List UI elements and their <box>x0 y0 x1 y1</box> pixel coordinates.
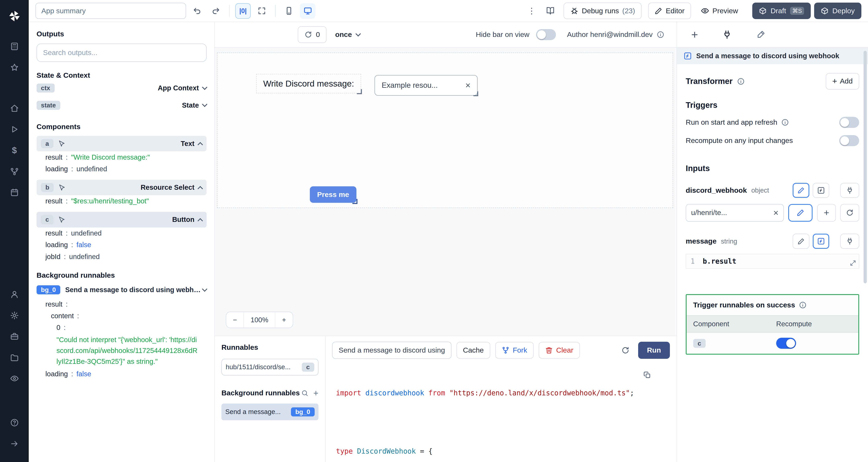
info-icon[interactable] <box>781 119 789 126</box>
component-b-header[interactable]: b Resource Select <box>37 180 207 195</box>
docs-button[interactable] <box>543 3 558 19</box>
more-menu-button[interactable]: ⋮ <box>524 3 539 19</box>
zoom-out-button[interactable]: − <box>226 312 244 328</box>
collapse-rail-icon[interactable] <box>6 435 23 453</box>
resize-handle[interactable] <box>473 91 478 96</box>
bg-runnable-item-badge: bg_0 <box>291 407 315 417</box>
insert-component-icon[interactable]: + <box>691 29 698 40</box>
clear-resource-icon[interactable]: × <box>773 208 779 217</box>
ctx-badge: ctx <box>37 84 55 93</box>
editor-tab[interactable]: Editor <box>648 3 691 19</box>
chevron-down-icon[interactable] <box>202 102 207 107</box>
rail-workers-icon[interactable] <box>6 328 23 345</box>
bg-runnable-row[interactable]: bg_0 Send a message to discord using web… <box>37 281 207 298</box>
connect-input-button[interactable] <box>840 234 859 249</box>
debug-runs-button[interactable]: Debug runs (23) <box>564 3 642 19</box>
resource-select-component[interactable]: Example resou... × <box>374 75 477 96</box>
rail-folders-icon[interactable] <box>6 349 23 366</box>
info-icon[interactable] <box>799 301 807 309</box>
search-icon[interactable] <box>301 390 308 397</box>
scrollbar[interactable] <box>864 51 867 283</box>
resize-handle[interactable] <box>352 199 358 204</box>
info-icon[interactable] <box>737 77 745 85</box>
help-icon[interactable] <box>6 414 23 431</box>
value: "$res:u/henri/testing_bot" <box>71 197 149 205</box>
rail-resources-icon[interactable] <box>6 163 23 180</box>
message-expression-editor[interactable]: 1 b.result <box>686 254 859 269</box>
preview-tab[interactable]: Preview <box>694 3 745 19</box>
fork-button[interactable]: Fork <box>495 342 534 359</box>
chevron-up-icon[interactable] <box>197 186 203 191</box>
resize-handle[interactable] <box>357 89 362 94</box>
run-on-start-toggle[interactable] <box>839 117 859 128</box>
windmill-logo[interactable] <box>6 7 23 25</box>
app-canvas[interactable]: Write Discord message: Example resou... … <box>215 47 677 336</box>
rail-apps-icon[interactable] <box>6 38 23 55</box>
key: content <box>51 312 74 320</box>
app-grid[interactable]: Write Discord message: Example resou... … <box>217 53 673 208</box>
reload-script-button[interactable] <box>618 342 633 358</box>
chevron-up-icon[interactable] <box>197 218 203 224</box>
add-runnable-button[interactable]: + <box>313 389 318 398</box>
refresh-count-button[interactable]: 0 <box>298 26 326 43</box>
static-edit-button[interactable] <box>793 234 809 249</box>
hide-bar-toggle[interactable] <box>536 29 556 40</box>
component-c-header[interactable]: c Button <box>37 212 207 227</box>
text-component[interactable]: Write Discord message: <box>256 74 361 93</box>
chevron-up-icon[interactable] <box>197 142 203 147</box>
styling-icon[interactable] <box>756 30 766 39</box>
eval-expression-button[interactable] <box>813 183 830 198</box>
expand-editor-icon[interactable] <box>850 260 856 266</box>
rail-users-icon[interactable] <box>6 286 23 303</box>
search-outputs-input[interactable] <box>37 43 207 62</box>
desktop-view-button[interactable] <box>300 3 315 19</box>
refresh-resources-button[interactable] <box>840 204 859 222</box>
deploy-button[interactable]: Deploy <box>814 3 861 19</box>
rail-settings-icon[interactable] <box>6 306 23 324</box>
recompute-on-change-toggle[interactable] <box>839 135 859 146</box>
info-icon[interactable] <box>657 31 664 38</box>
cache-button[interactable]: Cache <box>457 342 490 359</box>
rail-favorites-icon[interactable] <box>6 59 23 76</box>
code-editor[interactable]: import discordwebhook from "https://deno… <box>326 364 677 462</box>
transformer-title: Transformer <box>686 77 733 86</box>
clear-button[interactable]: Clear <box>539 342 580 359</box>
connect-input-button[interactable] <box>840 183 859 198</box>
draft-button[interactable]: Draft ⌘S <box>752 3 811 19</box>
run-button[interactable]: Run <box>638 342 670 359</box>
recompute-c-toggle[interactable] <box>776 338 796 349</box>
bg-runnable-item[interactable]: Send a message... bg_0 <box>221 403 318 420</box>
runnable-name-input[interactable]: Send a message to discord using <box>332 342 452 359</box>
clear-icon[interactable]: × <box>465 81 471 90</box>
ctx-row[interactable]: ctx App Context <box>37 79 207 97</box>
output-row: loading:false <box>37 368 207 380</box>
button-component[interactable]: Press me <box>310 186 356 203</box>
eval-expression-button[interactable] <box>813 234 830 249</box>
add-transformer-button[interactable]: + Add <box>826 73 859 90</box>
rail-home-icon[interactable] <box>6 100 23 117</box>
create-resource-button[interactable]: + <box>817 204 836 222</box>
rail-runs-icon[interactable] <box>6 121 23 138</box>
component-a-header[interactable]: a Text <box>37 136 207 152</box>
rail-variables-icon[interactable]: $ <box>6 141 23 159</box>
chevron-down-icon[interactable] <box>202 85 207 90</box>
chevron-down-icon[interactable] <box>202 286 207 292</box>
redo-button[interactable] <box>208 3 224 19</box>
component-settings-icon[interactable] <box>722 30 732 39</box>
resource-picker-input[interactable]: u/henri/te... × <box>686 204 784 222</box>
rail-schedules-icon[interactable] <box>6 184 23 201</box>
run-mode-select[interactable]: once <box>329 26 367 43</box>
runnable-item[interactable]: hub/1511/discord/se... c <box>221 359 318 375</box>
fullscreen-button[interactable] <box>254 3 270 19</box>
mobile-view-button[interactable] <box>281 3 297 19</box>
rail-audit-icon[interactable] <box>6 370 23 387</box>
value: false <box>76 241 91 249</box>
zoom-in-button[interactable]: + <box>275 312 292 328</box>
edit-resource-button[interactable] <box>788 204 812 222</box>
app-summary-input[interactable] <box>35 3 186 19</box>
static-edit-button[interactable] <box>793 183 809 198</box>
copy-icon[interactable] <box>643 371 651 379</box>
undo-button[interactable] <box>189 3 205 19</box>
grid-snap-button[interactable]: |0| <box>235 3 251 19</box>
state-row[interactable]: state State <box>37 97 207 113</box>
